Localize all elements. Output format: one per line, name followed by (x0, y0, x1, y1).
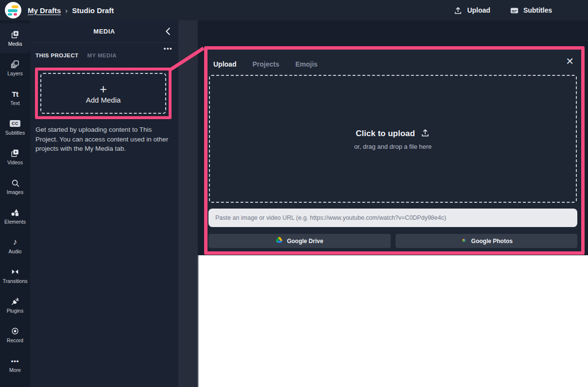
upload-modal: Upload Projects Emojis ✕ Click to upload… (204, 46, 585, 255)
add-media-label: Add Media (86, 96, 121, 104)
search-icon (11, 178, 20, 188)
panel-gutter (178, 20, 198, 387)
music-note-icon: ♪ (13, 237, 17, 247)
sidebar-item-text[interactable]: Tt Text (0, 83, 30, 112)
sidebar-item-audio[interactable]: ♪ Audio (0, 231, 30, 261)
media-panel-tabs: THIS PROJECT MY MEDIA (35, 53, 117, 58)
sidebar-item-label: Videos (7, 159, 23, 165)
sidebar-item-videos[interactable]: Videos (0, 142, 30, 172)
cc-icon: CC (10, 119, 20, 128)
panel-more-options-button[interactable]: ••• (164, 45, 173, 52)
tab-my-media[interactable]: MY MEDIA (87, 53, 117, 58)
breadcrumb-my-drafts[interactable]: My Drafts (28, 6, 61, 15)
subtitles-button-label: Subtitles (523, 6, 552, 14)
ellipsis-icon: ••• (11, 356, 19, 366)
sidebar-item-subtitles[interactable]: CC Subtitles (0, 112, 30, 142)
close-icon[interactable]: ✕ (566, 56, 574, 66)
sidebar-item-media[interactable]: Media (0, 23, 30, 53)
tab-upload[interactable]: Upload (213, 60, 236, 68)
google-photos-icon (460, 237, 467, 246)
sidebar-item-transitions[interactable]: Transitions (0, 261, 30, 290)
upload-icon (420, 128, 430, 140)
media-panel-title: MEDIA (93, 28, 115, 35)
left-sidebar: Media Layers Tt Text CC Subtitles Videos (0, 20, 30, 387)
sidebar-item-record[interactable]: Record (0, 320, 30, 350)
record-icon (10, 326, 20, 336)
sidebar-item-label: Record (7, 337, 23, 343)
breadcrumb-separator: › (65, 6, 68, 15)
kapwing-studio-editor: My Drafts › Studio Draft Upload Subtitle… (0, 0, 588, 387)
tab-projects[interactable]: Projects (252, 60, 279, 68)
dropzone-title: Click to upload (356, 129, 415, 139)
logo-bar-teal-small (8, 13, 12, 16)
breadcrumb: My Drafts › Studio Draft (28, 6, 114, 15)
app-logo[interactable] (5, 2, 21, 18)
subtitles-icon (510, 5, 519, 15)
sidebar-item-label: Images (7, 189, 23, 195)
sidebar-item-label: Plugins (7, 308, 23, 314)
logo-bar-teal (8, 9, 17, 12)
add-media-button[interactable]: + Add Media (40, 73, 166, 114)
url-input[interactable] (208, 209, 577, 227)
layers-icon (10, 59, 20, 69)
sidebar-item-label: Layers (7, 70, 23, 76)
upload-dropzone[interactable]: Click to upload or, drag and drop a file… (209, 75, 577, 203)
transitions-icon (10, 267, 20, 277)
videos-icon (10, 148, 20, 158)
tab-this-project[interactable]: THIS PROJECT (35, 53, 79, 58)
import-buttons-row: Google Drive Google Photos (208, 234, 577, 248)
dropzone-title-row: Click to upload (356, 128, 430, 140)
editor-canvas[interactable] (198, 255, 588, 387)
sidebar-item-images[interactable]: Images (0, 172, 30, 201)
sidebar-item-label: Elements (4, 219, 26, 225)
google-photos-label: Google Photos (471, 238, 513, 245)
breadcrumb-current-project: Studio Draft (72, 6, 114, 15)
text-icon: Tt (12, 89, 18, 99)
media-panel-description: Get started by uploading content to This… (35, 125, 175, 154)
sidebar-item-more[interactable]: ••• More (0, 350, 30, 379)
upload-icon (453, 5, 463, 15)
dropzone-subtitle: or, drag and drop a file here (354, 143, 432, 150)
shapes-icon (10, 208, 20, 217)
google-drive-icon (276, 237, 283, 245)
media-panel-header: MEDIA (30, 20, 178, 43)
media-icon (10, 30, 20, 39)
subtitles-button[interactable]: Subtitles (510, 5, 552, 15)
sidebar-item-label: Transitions (3, 278, 28, 284)
plug-icon (10, 297, 20, 306)
tab-emojis[interactable]: Emojis (295, 60, 318, 68)
upload-button[interactable]: Upload (453, 5, 490, 15)
sidebar-item-plugins[interactable]: Plugins (0, 290, 30, 320)
google-photos-button[interactable]: Google Photos (396, 234, 578, 248)
annotation-box-add-media: + Add Media (35, 68, 172, 119)
sidebar-item-layers[interactable]: Layers (0, 53, 30, 83)
google-drive-label: Google Drive (287, 238, 323, 245)
logo-bar-pink (14, 13, 17, 16)
upload-modal-tabs: Upload Projects Emojis (213, 60, 318, 68)
plus-icon: + (100, 83, 107, 95)
sidebar-item-label: Media (8, 41, 22, 47)
sidebar-item-elements[interactable]: Elements (0, 201, 30, 231)
upload-button-label: Upload (467, 6, 490, 14)
google-drive-button[interactable]: Google Drive (208, 234, 391, 248)
topbar-actions: Upload Subtitles (453, 5, 552, 15)
sidebar-item-label: Subtitles (5, 130, 25, 136)
collapse-panel-button[interactable] (165, 27, 171, 35)
top-bar: My Drafts › Studio Draft Upload Subtitle… (0, 0, 588, 20)
sidebar-item-label: Text (10, 100, 19, 106)
media-panel: MEDIA ••• THIS PROJECT MY MEDIA + Add Me… (30, 20, 178, 387)
sidebar-item-label: Audio (9, 248, 22, 254)
logo-bar-yellow (12, 5, 18, 8)
sidebar-item-label: More (9, 367, 21, 373)
